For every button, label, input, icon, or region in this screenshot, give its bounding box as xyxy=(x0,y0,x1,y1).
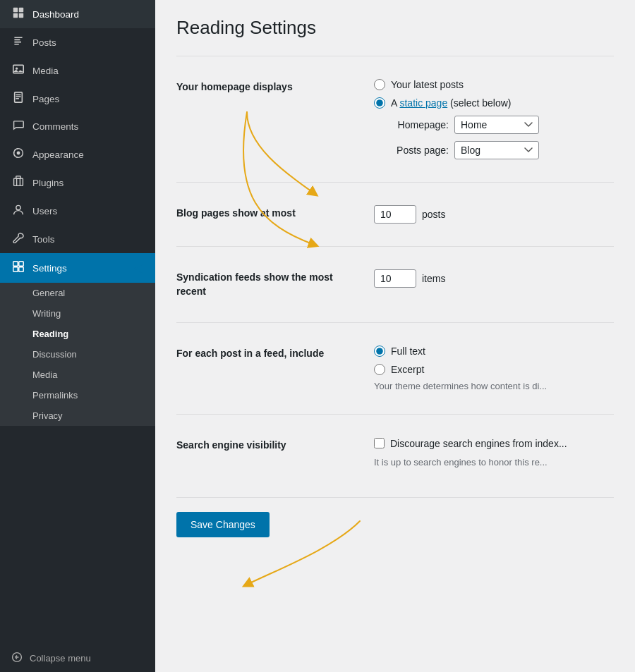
radio-static-page: A static page (select below) xyxy=(374,97,614,109)
static-page-link[interactable]: static page xyxy=(399,97,447,109)
sidebar-item-media[interactable]: Media xyxy=(0,56,155,85)
search-checkbox-row: Discourage search engines from index... xyxy=(374,437,614,451)
dashboard-icon xyxy=(11,7,25,21)
submenu-discussion[interactable]: Discussion xyxy=(0,344,155,365)
sidebar-item-appearance[interactable]: Appearance xyxy=(0,140,155,169)
posts-icon xyxy=(11,35,25,49)
sidebar-item-pages[interactable]: Pages xyxy=(0,85,155,113)
radio-excerpt-input[interactable] xyxy=(374,364,385,375)
pages-icon xyxy=(11,92,25,106)
svg-rect-2 xyxy=(13,13,18,18)
settings-icon xyxy=(11,261,25,275)
sidebar: Dashboard Posts Media Pages Comments App… xyxy=(0,0,155,672)
users-icon xyxy=(11,204,25,218)
search-visibility-checkbox[interactable] xyxy=(374,438,385,448)
homepage-radio-group: Your latest posts A static page (select … xyxy=(374,79,614,109)
svg-rect-3 xyxy=(19,13,23,18)
syndication-number-row: items xyxy=(374,269,614,288)
main-content: Reading Settings Your homepage displays xyxy=(155,0,635,672)
submenu-permalinks[interactable]: Permalinks xyxy=(0,385,155,405)
syndication-unit: items xyxy=(422,273,445,284)
sidebar-item-dashboard[interactable]: Dashboard xyxy=(0,0,155,28)
feed-radio-group: Full text Excerpt xyxy=(374,346,614,375)
svg-point-5 xyxy=(16,68,18,70)
appearance-icon xyxy=(11,147,25,161)
setting-homepage-displays: Your homepage displays Your latest posts… xyxy=(176,56,614,182)
radio-excerpt-label: Excerpt xyxy=(391,364,424,375)
sidebar-item-appearance-label: Appearance xyxy=(32,149,84,160)
setting-control-search: Discourage search engines from index... … xyxy=(374,426,614,479)
setting-label-search: Search engine visibility xyxy=(176,426,360,465)
submenu-reading[interactable]: Reading xyxy=(0,324,155,344)
submenu-media[interactable]: Media xyxy=(0,365,155,385)
setting-control-blog-pages: posts xyxy=(374,194,614,235)
svg-rect-13 xyxy=(14,178,23,185)
radio-full-text: Full text xyxy=(374,346,614,357)
radio-excerpt: Excerpt xyxy=(374,364,614,375)
radio-latest-posts: Your latest posts xyxy=(374,79,614,90)
sidebar-item-posts-label: Posts xyxy=(32,37,56,48)
setting-label-homepage: Your homepage displays xyxy=(176,68,360,107)
homepage-select-label: Homepage: xyxy=(392,119,449,130)
radio-full-text-input[interactable] xyxy=(374,346,385,357)
sidebar-item-media-label: Media xyxy=(32,66,59,76)
search-visibility-label: Discourage search engines from index... xyxy=(390,437,567,451)
posts-page-select-row: Posts page: Blog News Home About xyxy=(392,141,614,159)
sidebar-item-pages-label: Pages xyxy=(32,94,59,104)
syndication-input[interactable] xyxy=(374,269,416,288)
svg-point-16 xyxy=(16,205,20,209)
radio-latest-posts-label: Your latest posts xyxy=(391,79,464,90)
submenu-writing[interactable]: Writing xyxy=(0,303,155,324)
sidebar-item-settings[interactable]: Settings ◀ xyxy=(0,253,155,283)
sidebar-item-users-label: Users xyxy=(32,206,57,216)
posts-page-select-label: Posts page: xyxy=(392,145,449,156)
blog-pages-input[interactable] xyxy=(374,205,416,224)
save-changes-button[interactable]: Save Changes xyxy=(176,512,270,537)
submenu-general[interactable]: General xyxy=(0,283,155,303)
sidebar-item-tools-label: Tools xyxy=(32,234,55,245)
svg-rect-19 xyxy=(13,267,18,271)
collapse-menu-label: Collapse menu xyxy=(30,653,91,664)
setting-feed-include: For each post in a feed, include Full te… xyxy=(176,322,614,414)
submenu-privacy[interactable]: Privacy xyxy=(0,405,155,426)
svg-rect-1 xyxy=(19,8,23,12)
blog-pages-unit: posts xyxy=(422,209,445,220)
svg-point-11 xyxy=(17,152,20,155)
sidebar-item-settings-label: Settings xyxy=(32,263,67,274)
sidebar-item-posts[interactable]: Posts xyxy=(0,28,155,56)
blog-pages-number-row: posts xyxy=(374,205,614,224)
setting-blog-pages: Blog pages show at most posts xyxy=(176,182,614,246)
svg-rect-18 xyxy=(19,262,23,266)
setting-control-syndication: items xyxy=(374,258,614,299)
homepage-select[interactable]: Home About Contact Blog xyxy=(454,116,539,134)
radio-latest-posts-input[interactable] xyxy=(374,79,385,90)
setting-control-homepage: Your latest posts A static page (select … xyxy=(374,68,614,171)
sidebar-item-comments-label: Comments xyxy=(32,121,78,132)
sidebar-item-users[interactable]: Users xyxy=(0,197,155,225)
sidebar-item-dashboard-label: Dashboard xyxy=(32,9,79,20)
svg-rect-6 xyxy=(15,92,23,102)
sidebar-item-tools[interactable]: Tools xyxy=(0,225,155,253)
settings-submenu: General Writing Reading Discussion Media… xyxy=(0,283,155,426)
svg-rect-0 xyxy=(13,8,18,12)
homepage-select-row: Homepage: Home About Contact Blog xyxy=(392,116,614,134)
radio-static-page-input[interactable] xyxy=(374,97,385,109)
setting-label-feed: For each post in a feed, include xyxy=(176,334,360,374)
tools-icon xyxy=(11,232,25,246)
settings-active-arrow: ◀ xyxy=(134,260,144,276)
svg-rect-20 xyxy=(19,267,23,271)
comments-icon xyxy=(11,120,25,133)
setting-control-feed: Full text Excerpt Your theme determines … xyxy=(374,334,614,403)
collapse-menu[interactable]: Collapse menu xyxy=(0,644,155,672)
feed-description: Your theme determines how content is di.… xyxy=(374,381,614,391)
sidebar-item-comments[interactable]: Comments xyxy=(0,113,155,140)
setting-search-visibility: Search engine visibility Discourage sear… xyxy=(176,414,614,490)
media-icon xyxy=(11,63,25,78)
setting-label-blog-pages: Blog pages show at most xyxy=(176,194,360,233)
sidebar-item-plugins[interactable]: Plugins xyxy=(0,169,155,197)
radio-full-text-label: Full text xyxy=(391,346,425,357)
page-select-rows: Homepage: Home About Contact Blog Posts … xyxy=(392,116,614,159)
radio-static-page-label: A static page (select below) xyxy=(391,97,511,109)
posts-page-select[interactable]: Blog News Home About xyxy=(454,141,539,159)
plugins-icon xyxy=(11,176,25,190)
